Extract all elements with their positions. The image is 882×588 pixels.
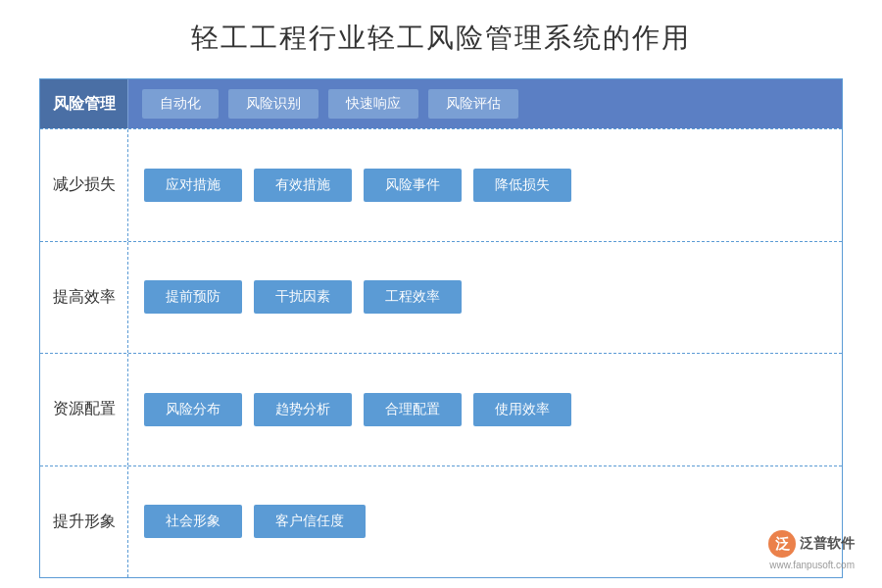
row-label: 提高效率 [40,242,128,354]
data-row: 提高效率提前预防干扰因素工程效率 [40,241,842,354]
page-container: 轻工工程行业轻工风险管理系统的作用 风险管理 自动化风险识别快速响应风险评估 减… [0,0,882,588]
row-label: 资源配置 [40,354,128,466]
data-tag: 有效措施 [254,169,352,202]
data-tag: 干扰因素 [254,280,352,314]
data-tag: 客户信任度 [254,505,366,538]
header-row: 风险管理 自动化风险识别快速响应风险评估 [40,79,842,128]
data-tag: 提前预防 [144,280,242,314]
header-label: 风险管理 [40,79,128,128]
watermark-icon: 泛 [768,530,796,558]
header-tag: 风险识别 [228,89,318,119]
header-tag-area: 自动化风险识别快速响应风险评估 [128,79,842,128]
data-row: 资源配置风险分布趋势分析合理配置使用效率 [40,353,842,466]
data-tag: 趋势分析 [254,393,352,426]
row-tag-area: 社会形象客户信任度 [128,466,842,578]
watermark-logo: 泛 泛普软件 [768,530,855,558]
row-tag-area: 风险分布趋势分析合理配置使用效率 [128,354,842,466]
row-tag-area: 提前预防干扰因素工程效率 [128,242,842,354]
data-row: 提升形象社会形象客户信任度 [40,466,842,578]
data-row: 减少损失应对措施有效措施风险事件降低损失 [40,128,842,241]
data-tag: 风险事件 [364,169,462,202]
data-tag: 应对措施 [144,169,242,202]
header-tag: 快速响应 [328,89,418,119]
watermark-url: www.fanpusoft.com [769,560,855,570]
page-title: 轻工工程行业轻工风险管理系统的作用 [191,20,691,57]
header-tag: 风险评估 [428,89,518,119]
row-label: 减少损失 [40,129,128,241]
row-label: 提升形象 [40,466,128,578]
header-tag: 自动化 [142,89,219,119]
data-tag: 降低损失 [473,169,571,202]
data-tag: 使用效率 [473,393,571,426]
data-tag: 风险分布 [144,393,242,426]
main-table: 风险管理 自动化风险识别快速响应风险评估 减少损失应对措施有效措施风险事件降低损… [39,78,843,578]
data-tag: 社会形象 [144,505,242,538]
row-tag-area: 应对措施有效措施风险事件降低损失 [128,129,842,241]
data-tag: 工程效率 [364,280,462,314]
watermark: 泛 泛普软件 www.fanpusoft.com [768,530,855,570]
data-tag: 合理配置 [364,393,462,426]
watermark-name: 泛普软件 [800,535,855,553]
